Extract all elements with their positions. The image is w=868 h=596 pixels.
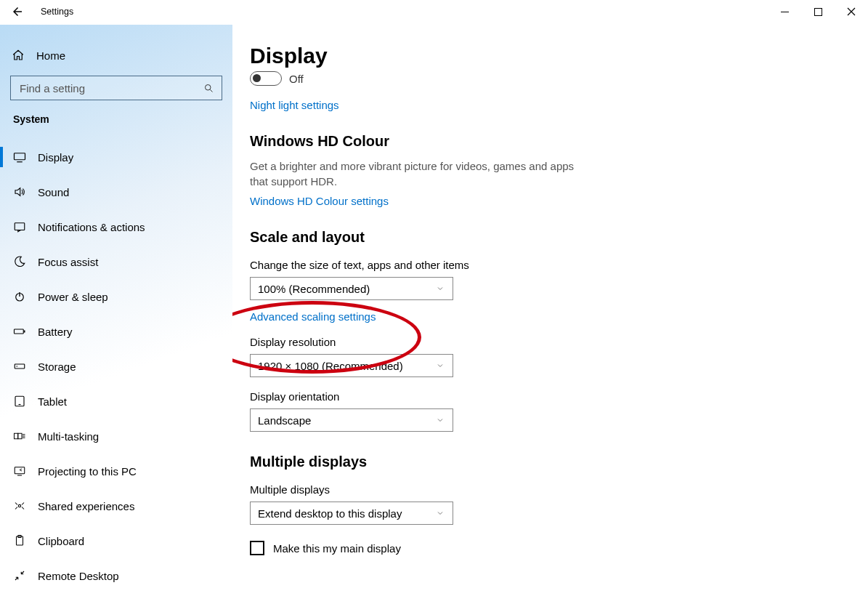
svg-rect-16 <box>18 433 22 439</box>
close-icon <box>847 7 856 16</box>
sidebar-item-label: Storage <box>38 361 76 373</box>
night-light-toggle[interactable] <box>250 71 282 86</box>
settings-window: Settings Home <box>0 0 868 596</box>
sidebar-item-focus-assist[interactable]: Focus assist <box>0 244 232 279</box>
sidebar-item-label: Power & sleep <box>38 291 108 303</box>
search-box[interactable] <box>10 76 222 100</box>
sidebar-item-label: Clipboard <box>38 535 84 547</box>
multiple-displays-select[interactable]: Extend desktop to this display <box>250 502 453 525</box>
resolution-label: Display resolution <box>250 336 851 348</box>
svg-line-25 <box>22 507 24 510</box>
tablet-icon <box>13 395 26 408</box>
sidebar-item-sound[interactable]: Sound <box>0 174 232 209</box>
text-size-label: Change the size of text, apps and other … <box>250 259 851 271</box>
multitasking-icon <box>13 430 26 443</box>
svg-line-24 <box>15 507 17 510</box>
sidebar-item-label: Display <box>38 151 73 164</box>
sidebar-item-shared-experiences[interactable]: Shared experiences <box>0 488 232 523</box>
hdr-settings-link[interactable]: Windows HD Colour settings <box>250 195 389 207</box>
svg-rect-10 <box>24 331 25 333</box>
maximize-button[interactable] <box>801 0 835 23</box>
power-icon <box>13 290 26 303</box>
resolution-value: 1920 × 1080 (Recommended) <box>258 360 403 372</box>
close-button[interactable] <box>835 0 868 23</box>
sidebar-item-label: Battery <box>38 326 73 338</box>
svg-line-22 <box>15 503 17 505</box>
minimize-icon <box>781 8 789 16</box>
maximize-icon <box>814 8 822 16</box>
remote-desktop-icon <box>13 569 26 582</box>
projecting-icon <box>13 464 26 478</box>
storage-icon <box>13 360 26 373</box>
battery-icon <box>13 325 26 338</box>
scale-heading: Scale and layout <box>250 229 851 246</box>
sidebar-item-notifications[interactable]: Notifications & actions <box>0 209 232 244</box>
orientation-label: Display orientation <box>250 390 851 403</box>
svg-point-2 <box>205 84 211 90</box>
chevron-down-icon <box>435 283 445 294</box>
sidebar-item-label: Remote Desktop <box>38 570 119 582</box>
display-icon <box>13 150 26 164</box>
chevron-down-icon <box>435 508 445 518</box>
back-button[interactable] <box>10 4 25 19</box>
home-icon <box>12 49 25 62</box>
cropped-night-light-toggle: Off <box>250 71 851 86</box>
hdr-description: Get a brighter and more vibrant picture … <box>250 158 584 189</box>
multiple-displays-heading: Multiple displays <box>250 454 851 470</box>
sidebar-nav: Display Sound Notifications & actions Fo… <box>0 140 232 593</box>
multiple-displays-value: Extend desktop to this display <box>258 507 402 520</box>
home-label: Home <box>36 49 65 62</box>
svg-point-12 <box>17 366 18 367</box>
sidebar-item-label: Shared experiences <box>38 500 134 512</box>
chevron-down-icon <box>435 361 445 371</box>
search-input[interactable] <box>18 81 203 95</box>
focus-assist-icon <box>13 255 26 268</box>
night-light-settings-link[interactable]: Night light settings <box>250 99 339 111</box>
main-display-checkbox-row: Make this my main display <box>250 541 851 555</box>
sidebar-item-multitasking[interactable]: Multi-tasking <box>0 419 232 454</box>
hdr-heading: Windows HD Colour <box>250 133 851 150</box>
page-title: Display <box>250 44 851 68</box>
sound-icon <box>13 185 26 198</box>
svg-rect-4 <box>15 153 25 160</box>
sidebar-item-remote-desktop[interactable]: Remote Desktop <box>0 558 232 593</box>
night-light-toggle-state: Off <box>289 73 304 85</box>
sidebar-group-system: System <box>0 100 232 132</box>
text-size-select[interactable]: 100% (Recommended) <box>250 277 453 300</box>
shared-experiences-icon <box>13 499 26 512</box>
notifications-icon <box>13 220 26 233</box>
titlebar: Settings <box>0 0 868 25</box>
main-content: Display Off Night light settings Windows… <box>232 25 868 596</box>
arrow-left-icon <box>11 5 24 18</box>
sidebar: Home System Display Sound <box>0 25 232 596</box>
sidebar-item-clipboard[interactable]: Clipboard <box>0 523 232 558</box>
main-display-checkbox-label: Make this my main display <box>273 542 401 555</box>
sidebar-item-tablet[interactable]: Tablet <box>0 384 232 419</box>
svg-rect-1 <box>814 8 822 15</box>
svg-rect-0 <box>781 12 789 12</box>
svg-line-23 <box>22 503 24 505</box>
orientation-select[interactable]: Landscape <box>250 408 453 432</box>
sidebar-item-battery[interactable]: Battery <box>0 314 232 349</box>
sidebar-item-projecting[interactable]: Projecting to this PC <box>0 454 232 488</box>
window-title: Settings <box>41 7 73 17</box>
home-link[interactable]: Home <box>0 41 232 70</box>
svg-rect-9 <box>15 329 24 334</box>
sidebar-item-label: Notifications & actions <box>38 221 145 233</box>
minimize-button[interactable] <box>768 0 801 23</box>
sidebar-item-label: Multi-tasking <box>38 430 99 443</box>
orientation-value: Landscape <box>258 414 311 427</box>
clipboard-icon <box>13 534 26 547</box>
resolution-select[interactable]: 1920 × 1080 (Recommended) <box>250 354 453 377</box>
svg-rect-11 <box>15 364 25 369</box>
sidebar-item-label: Focus assist <box>38 256 98 268</box>
text-size-value: 100% (Recommended) <box>258 283 370 295</box>
multiple-displays-label: Multiple displays <box>250 483 851 496</box>
sidebar-item-storage[interactable]: Storage <box>0 349 232 384</box>
svg-rect-6 <box>15 223 25 230</box>
sidebar-item-label: Sound <box>38 186 69 198</box>
sidebar-item-display[interactable]: Display <box>0 140 232 174</box>
sidebar-item-power-sleep[interactable]: Power & sleep <box>0 279 232 314</box>
advanced-scaling-settings-link[interactable]: Advanced scaling settings <box>250 310 376 323</box>
main-display-checkbox[interactable] <box>250 541 264 555</box>
